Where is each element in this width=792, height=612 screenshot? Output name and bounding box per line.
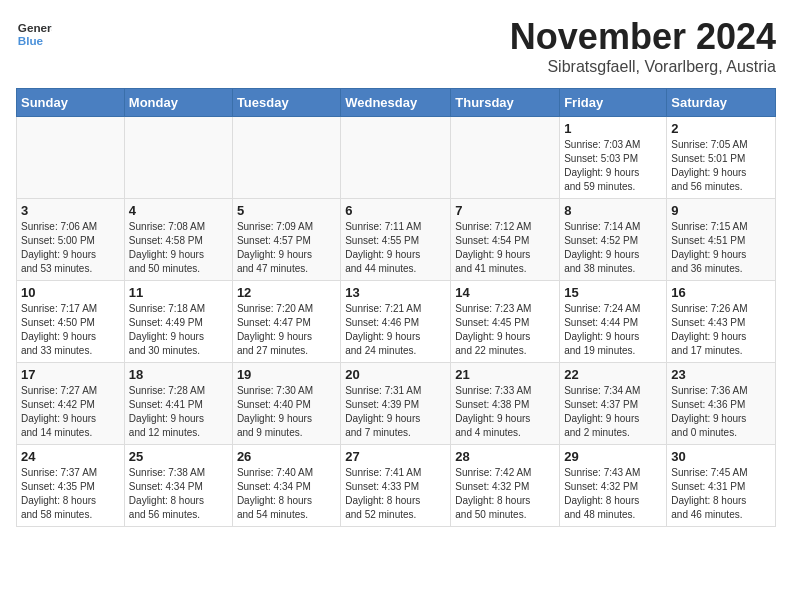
day-number: 19 (237, 367, 336, 382)
weekday-header-row: SundayMondayTuesdayWednesdayThursdayFrid… (17, 89, 776, 117)
day-number: 20 (345, 367, 446, 382)
day-number: 1 (564, 121, 662, 136)
day-info: Sunrise: 7:43 AM Sunset: 4:32 PM Dayligh… (564, 466, 662, 522)
calendar-cell (17, 117, 125, 199)
calendar-cell: 13Sunrise: 7:21 AM Sunset: 4:46 PM Dayli… (341, 281, 451, 363)
calendar-cell: 29Sunrise: 7:43 AM Sunset: 4:32 PM Dayli… (560, 445, 667, 527)
calendar-cell: 16Sunrise: 7:26 AM Sunset: 4:43 PM Dayli… (667, 281, 776, 363)
calendar-cell: 15Sunrise: 7:24 AM Sunset: 4:44 PM Dayli… (560, 281, 667, 363)
weekday-header-thursday: Thursday (451, 89, 560, 117)
day-info: Sunrise: 7:41 AM Sunset: 4:33 PM Dayligh… (345, 466, 446, 522)
day-info: Sunrise: 7:21 AM Sunset: 4:46 PM Dayligh… (345, 302, 446, 358)
calendar-cell: 5Sunrise: 7:09 AM Sunset: 4:57 PM Daylig… (232, 199, 340, 281)
calendar-week-4: 17Sunrise: 7:27 AM Sunset: 4:42 PM Dayli… (17, 363, 776, 445)
calendar-cell (451, 117, 560, 199)
calendar-cell: 25Sunrise: 7:38 AM Sunset: 4:34 PM Dayli… (124, 445, 232, 527)
day-info: Sunrise: 7:15 AM Sunset: 4:51 PM Dayligh… (671, 220, 771, 276)
day-number: 7 (455, 203, 555, 218)
day-number: 22 (564, 367, 662, 382)
calendar-cell: 24Sunrise: 7:37 AM Sunset: 4:35 PM Dayli… (17, 445, 125, 527)
day-number: 28 (455, 449, 555, 464)
day-info: Sunrise: 7:30 AM Sunset: 4:40 PM Dayligh… (237, 384, 336, 440)
day-number: 2 (671, 121, 771, 136)
weekday-header-wednesday: Wednesday (341, 89, 451, 117)
day-number: 6 (345, 203, 446, 218)
day-number: 5 (237, 203, 336, 218)
calendar-cell: 2Sunrise: 7:05 AM Sunset: 5:01 PM Daylig… (667, 117, 776, 199)
calendar-cell: 4Sunrise: 7:08 AM Sunset: 4:58 PM Daylig… (124, 199, 232, 281)
calendar-cell (341, 117, 451, 199)
calendar-cell: 28Sunrise: 7:42 AM Sunset: 4:32 PM Dayli… (451, 445, 560, 527)
day-number: 11 (129, 285, 228, 300)
logo: General Blue (16, 16, 52, 52)
calendar-cell: 9Sunrise: 7:15 AM Sunset: 4:51 PM Daylig… (667, 199, 776, 281)
day-number: 26 (237, 449, 336, 464)
day-number: 27 (345, 449, 446, 464)
day-info: Sunrise: 7:05 AM Sunset: 5:01 PM Dayligh… (671, 138, 771, 194)
day-number: 21 (455, 367, 555, 382)
day-number: 15 (564, 285, 662, 300)
day-info: Sunrise: 7:27 AM Sunset: 4:42 PM Dayligh… (21, 384, 120, 440)
day-number: 13 (345, 285, 446, 300)
calendar-cell: 23Sunrise: 7:36 AM Sunset: 4:36 PM Dayli… (667, 363, 776, 445)
day-info: Sunrise: 7:28 AM Sunset: 4:41 PM Dayligh… (129, 384, 228, 440)
calendar-cell: 10Sunrise: 7:17 AM Sunset: 4:50 PM Dayli… (17, 281, 125, 363)
day-number: 25 (129, 449, 228, 464)
calendar-cell: 18Sunrise: 7:28 AM Sunset: 4:41 PM Dayli… (124, 363, 232, 445)
title-block: November 2024 Sibratsgfaell, Vorarlberg,… (510, 16, 776, 76)
day-info: Sunrise: 7:26 AM Sunset: 4:43 PM Dayligh… (671, 302, 771, 358)
day-number: 4 (129, 203, 228, 218)
day-number: 24 (21, 449, 120, 464)
day-info: Sunrise: 7:40 AM Sunset: 4:34 PM Dayligh… (237, 466, 336, 522)
day-info: Sunrise: 7:31 AM Sunset: 4:39 PM Dayligh… (345, 384, 446, 440)
calendar-cell: 27Sunrise: 7:41 AM Sunset: 4:33 PM Dayli… (341, 445, 451, 527)
day-info: Sunrise: 7:11 AM Sunset: 4:55 PM Dayligh… (345, 220, 446, 276)
day-info: Sunrise: 7:20 AM Sunset: 4:47 PM Dayligh… (237, 302, 336, 358)
day-number: 3 (21, 203, 120, 218)
day-number: 10 (21, 285, 120, 300)
calendar-week-3: 10Sunrise: 7:17 AM Sunset: 4:50 PM Dayli… (17, 281, 776, 363)
day-number: 12 (237, 285, 336, 300)
weekday-header-sunday: Sunday (17, 89, 125, 117)
day-info: Sunrise: 7:18 AM Sunset: 4:49 PM Dayligh… (129, 302, 228, 358)
day-number: 23 (671, 367, 771, 382)
calendar-cell: 22Sunrise: 7:34 AM Sunset: 4:37 PM Dayli… (560, 363, 667, 445)
calendar-cell (232, 117, 340, 199)
day-info: Sunrise: 7:12 AM Sunset: 4:54 PM Dayligh… (455, 220, 555, 276)
day-number: 8 (564, 203, 662, 218)
calendar-week-5: 24Sunrise: 7:37 AM Sunset: 4:35 PM Dayli… (17, 445, 776, 527)
weekday-header-saturday: Saturday (667, 89, 776, 117)
day-info: Sunrise: 7:09 AM Sunset: 4:57 PM Dayligh… (237, 220, 336, 276)
calendar-cell: 17Sunrise: 7:27 AM Sunset: 4:42 PM Dayli… (17, 363, 125, 445)
calendar-cell: 6Sunrise: 7:11 AM Sunset: 4:55 PM Daylig… (341, 199, 451, 281)
day-info: Sunrise: 7:08 AM Sunset: 4:58 PM Dayligh… (129, 220, 228, 276)
day-info: Sunrise: 7:03 AM Sunset: 5:03 PM Dayligh… (564, 138, 662, 194)
day-number: 29 (564, 449, 662, 464)
calendar-cell: 11Sunrise: 7:18 AM Sunset: 4:49 PM Dayli… (124, 281, 232, 363)
weekday-header-friday: Friday (560, 89, 667, 117)
calendar-cell: 12Sunrise: 7:20 AM Sunset: 4:47 PM Dayli… (232, 281, 340, 363)
calendar-week-2: 3Sunrise: 7:06 AM Sunset: 5:00 PM Daylig… (17, 199, 776, 281)
day-number: 14 (455, 285, 555, 300)
calendar-cell: 3Sunrise: 7:06 AM Sunset: 5:00 PM Daylig… (17, 199, 125, 281)
svg-text:Blue: Blue (18, 34, 44, 47)
location-subtitle: Sibratsgfaell, Vorarlberg, Austria (510, 58, 776, 76)
day-info: Sunrise: 7:45 AM Sunset: 4:31 PM Dayligh… (671, 466, 771, 522)
calendar-table: SundayMondayTuesdayWednesdayThursdayFrid… (16, 88, 776, 527)
calendar-cell: 20Sunrise: 7:31 AM Sunset: 4:39 PM Dayli… (341, 363, 451, 445)
calendar-cell: 30Sunrise: 7:45 AM Sunset: 4:31 PM Dayli… (667, 445, 776, 527)
day-info: Sunrise: 7:23 AM Sunset: 4:45 PM Dayligh… (455, 302, 555, 358)
day-number: 30 (671, 449, 771, 464)
day-info: Sunrise: 7:34 AM Sunset: 4:37 PM Dayligh… (564, 384, 662, 440)
month-year-title: November 2024 (510, 16, 776, 58)
calendar-cell: 1Sunrise: 7:03 AM Sunset: 5:03 PM Daylig… (560, 117, 667, 199)
day-info: Sunrise: 7:36 AM Sunset: 4:36 PM Dayligh… (671, 384, 771, 440)
day-info: Sunrise: 7:14 AM Sunset: 4:52 PM Dayligh… (564, 220, 662, 276)
svg-text:General: General (18, 21, 52, 34)
calendar-cell: 19Sunrise: 7:30 AM Sunset: 4:40 PM Dayli… (232, 363, 340, 445)
calendar-cell: 14Sunrise: 7:23 AM Sunset: 4:45 PM Dayli… (451, 281, 560, 363)
calendar-cell: 26Sunrise: 7:40 AM Sunset: 4:34 PM Dayli… (232, 445, 340, 527)
day-info: Sunrise: 7:33 AM Sunset: 4:38 PM Dayligh… (455, 384, 555, 440)
day-info: Sunrise: 7:06 AM Sunset: 5:00 PM Dayligh… (21, 220, 120, 276)
day-info: Sunrise: 7:38 AM Sunset: 4:34 PM Dayligh… (129, 466, 228, 522)
